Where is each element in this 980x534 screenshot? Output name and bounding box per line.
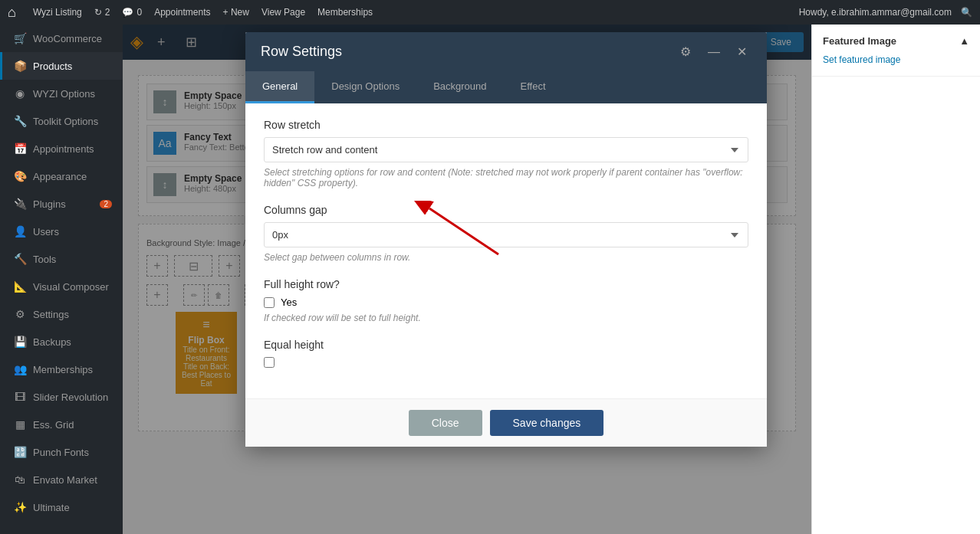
sidebar-label-memberships: Memberships <box>33 364 93 375</box>
row-settings-modal: Row Settings ⚙ — ✕ General Design Option… <box>245 32 767 447</box>
ess-grid-icon: ▦ <box>13 418 27 431</box>
main-layout: 🛒 WooCommerce 📦 Products ◉ WYZI Options … <box>0 0 980 534</box>
content-area: ◈ + ⊞ Save ↕ Empty Space Height: 150px <box>123 25 811 534</box>
page-builder: ◈ + ⊞ Save ↕ Empty Space Height: 150px <box>123 25 811 534</box>
modal-close-btn[interactable]: Close <box>409 410 482 436</box>
sidebar-item-toolkit-options[interactable]: 🔧 Toolkit Options <box>0 107 123 135</box>
featured-image-section: Featured Image ▲ Set featured image <box>812 25 980 77</box>
sidebar-label-slider: Slider Revolution <box>33 391 108 403</box>
adminbar-refresh[interactable]: ↻ 2 <box>94 7 110 18</box>
sidebar-label-products: Products <box>33 61 72 72</box>
modal-settings-button[interactable]: ⚙ <box>676 43 696 61</box>
sidebar-label-woocommerce: WooCommerce <box>33 33 102 44</box>
sidebar-label-vc: Visual Composer <box>33 281 109 293</box>
row-stretch-group: Row stretch Default Stretch row Stretch … <box>264 119 748 188</box>
sidebar-label-ultimate: Ultimate <box>33 502 70 513</box>
sidebar-item-users[interactable]: 👤 Users <box>0 218 123 245</box>
adminbar-site-name[interactable]: Wyzi Listing <box>33 7 82 18</box>
sidebar-item-woocommerce[interactable]: 🛒 WooCommerce <box>0 25 123 52</box>
equal-height-group: Equal height <box>264 339 748 368</box>
sidebar-label-ess-grid: Ess. Grid <box>33 419 74 431</box>
modal-tabs: General Design Options Background Effect <box>245 71 767 103</box>
modal-title: Row Settings <box>261 44 342 60</box>
tab-background[interactable]: Background <box>416 71 503 103</box>
sidebar-label-appearance: Appearance <box>33 171 87 182</box>
sidebar-label-plugins: Plugins <box>33 198 66 210</box>
full-height-checkbox[interactable] <box>264 297 275 308</box>
adminbar-view-page[interactable]: View Page <box>261 7 305 18</box>
users-icon: 👤 <box>13 225 27 238</box>
sidebar-label-backups: Backups <box>33 336 71 348</box>
featured-image-collapse[interactable]: ▲ <box>959 35 969 47</box>
sidebar-item-envato[interactable]: 🛍 Envato Market <box>0 466 123 493</box>
wp-logo[interactable]: ⌂ <box>8 5 16 21</box>
sidebar-item-backups[interactable]: 💾 Backups <box>0 328 123 355</box>
plugins-badge: 2 <box>100 200 112 208</box>
sidebar-label-envato: Envato Market <box>33 474 97 486</box>
sidebar-item-settings[interactable]: ⚙ Settings <box>0 300 123 328</box>
tools-icon: 🔨 <box>13 253 27 265</box>
columns-gap-group: Columns gap 0px 1px 2px Select gap betwe… <box>264 204 748 263</box>
sidebar-label-settings: Settings <box>33 309 69 320</box>
sidebar-label-wyzi: WYZI Options <box>33 88 95 100</box>
sidebar-item-punch-fonts[interactable]: 🔡 Punch Fonts <box>0 438 123 466</box>
sidebar-item-ess-grid[interactable]: ▦ Ess. Grid <box>0 411 123 438</box>
modal-header: Row Settings ⚙ — ✕ <box>245 32 767 71</box>
featured-image-title: Featured Image ▲ <box>823 35 969 47</box>
products-icon: 📦 <box>13 60 27 72</box>
columns-gap-hint: Select gap between columns in row. <box>264 252 748 263</box>
tab-design-options[interactable]: Design Options <box>314 71 416 103</box>
sidebar: 🛒 WooCommerce 📦 Products ◉ WYZI Options … <box>0 25 123 534</box>
sidebar-label-users: Users <box>33 226 59 238</box>
full-height-checkbox-label: Yes <box>281 296 297 308</box>
appearance-icon: 🎨 <box>13 170 27 182</box>
adminbar-user[interactable]: Howdy, e.ibrahim.ammar@gmail.com <box>799 7 952 18</box>
backups-icon: 💾 <box>13 336 27 348</box>
sidebar-item-plugins[interactable]: 🔌 Plugins 2 <box>0 190 123 218</box>
columns-gap-select[interactable]: 0px 1px 2px <box>264 222 748 247</box>
plugins-icon: 🔌 <box>13 198 27 210</box>
equal-height-checkbox[interactable] <box>264 357 275 368</box>
sidebar-item-appointments[interactable]: 📅 Appointments <box>0 135 123 162</box>
adminbar-search[interactable]: 🔍 <box>961 7 972 18</box>
tab-effect[interactable]: Effect <box>504 71 563 103</box>
modal-footer: Close Save changes <box>245 398 767 447</box>
full-height-group: Full height row? Yes If checked row will… <box>264 278 748 323</box>
modal-header-actions: ⚙ — ✕ <box>676 43 751 61</box>
tab-general[interactable]: General <box>245 71 314 103</box>
sidebar-item-appearance[interactable]: 🎨 Appearance <box>0 162 123 190</box>
sidebar-item-products[interactable]: 📦 Products <box>0 52 123 80</box>
adminbar-appointments[interactable]: Appointments <box>154 7 210 18</box>
set-featured-image-link[interactable]: Set featured image <box>823 54 969 65</box>
equal-height-checkbox-container <box>264 357 748 368</box>
sidebar-item-tools[interactable]: 🔨 Tools <box>0 245 123 273</box>
memberships-icon: 👥 <box>13 363 27 375</box>
sidebar-item-memberships[interactable]: 👥 Memberships <box>0 355 123 383</box>
sidebar-item-wyzi-options[interactable]: ◉ WYZI Options <box>0 80 123 107</box>
appointments-icon: 📅 <box>13 143 27 155</box>
punch-fonts-icon: 🔡 <box>13 446 27 458</box>
woocommerce-icon: 🛒 <box>13 32 27 44</box>
adminbar-new[interactable]: + New <box>223 7 249 18</box>
adminbar-memberships[interactable]: Memberships <box>317 7 373 18</box>
slider-icon: 🎞 <box>13 391 27 403</box>
vc-icon: 📐 <box>13 280 27 293</box>
sidebar-item-visual-composer[interactable]: 📐 Visual Composer <box>0 273 123 300</box>
modal-save-btn[interactable]: Save changes <box>490 410 604 436</box>
modal-close-button[interactable]: ✕ <box>732 43 751 61</box>
modal-minimize-button[interactable]: — <box>703 44 725 61</box>
right-sidebar: Featured Image ▲ Set featured image <box>811 25 980 534</box>
adminbar-comments[interactable]: 💬 0 <box>122 7 142 18</box>
columns-gap-label: Columns gap <box>264 204 748 216</box>
full-height-checkbox-container: Yes <box>264 296 748 308</box>
row-stretch-label: Row stretch <box>264 119 748 131</box>
sidebar-item-slider-revolution[interactable]: 🎞 Slider Revolution <box>0 383 123 411</box>
sidebar-item-ultimate[interactable]: ✨ Ultimate <box>0 493 123 521</box>
wyzi-options-icon: ◉ <box>13 87 27 100</box>
full-height-hint: If checked row will be set to full heigh… <box>264 313 748 323</box>
full-height-label: Full height row? <box>264 278 748 290</box>
row-stretch-select[interactable]: Default Stretch row Stretch row and cont… <box>264 137 748 162</box>
sidebar-label-tools: Tools <box>33 254 56 265</box>
sidebar-label-appointments: Appointments <box>33 143 94 155</box>
modal-body: Row stretch Default Stretch row Stretch … <box>245 103 767 398</box>
